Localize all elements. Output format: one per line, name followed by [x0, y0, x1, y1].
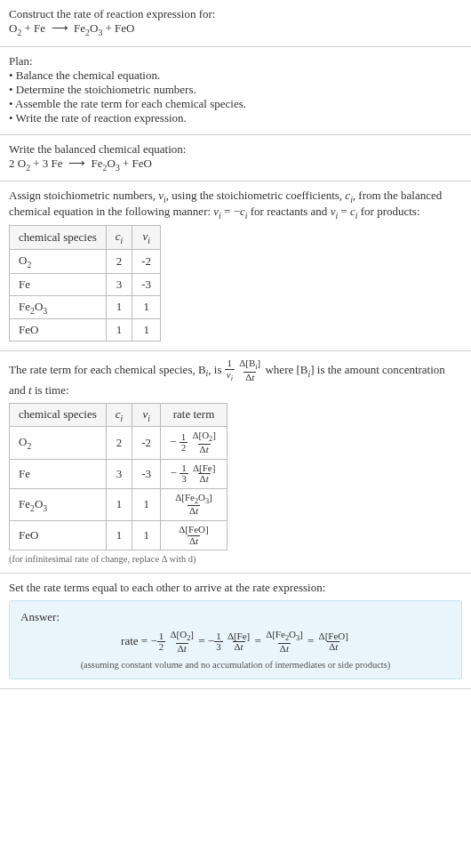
cell-rate: Δ[Fe2O3]Δt — [161, 488, 228, 520]
cell-c: 2 — [106, 427, 132, 459]
table-row: O2 2 -2 − 12 Δ[O2]Δt — [10, 427, 228, 459]
prompt-title: Construct the rate of reaction expressio… — [9, 7, 462, 21]
cell-c: 3 — [106, 273, 132, 295]
col-nui: νi — [132, 403, 161, 427]
final-title: Set the rate terms equal to each other t… — [9, 581, 462, 595]
table-header-row: chemical species ci νi — [10, 226, 161, 250]
cell-nu: -3 — [132, 273, 161, 295]
table-row: Fe2O3 1 1 Δ[Fe2O3]Δt — [10, 488, 228, 520]
plan-item: • Determine the stoichiometric numbers. — [9, 83, 462, 97]
stoich-section: Assign stoichiometric numbers, νi, using… — [0, 181, 471, 351]
cell-c: 1 — [106, 319, 132, 342]
rate-terms-table: chemical species ci νi rate term O2 2 -2… — [9, 403, 228, 551]
table-row: FeO 1 1 Δ[FeO]Δt — [10, 521, 228, 551]
plan-item: • Balance the chemical equation. — [9, 68, 462, 83]
cell-nu: -3 — [132, 459, 161, 488]
cell-species: O2 — [10, 249, 107, 273]
cell-rate: − 12 Δ[O2]Δt — [161, 427, 228, 459]
prompt-section: Construct the rate of reaction expressio… — [0, 0, 471, 47]
cell-nu: 1 — [132, 488, 161, 520]
cell-nu: 1 — [132, 521, 161, 551]
stoich-table: chemical species ci νi O2 2 -2 Fe 3 -3 F… — [9, 225, 161, 342]
cell-species: O2 — [10, 427, 107, 459]
table-row: Fe 3 -3 — [10, 273, 161, 295]
plan-item: • Assemble the rate term for each chemic… — [9, 97, 462, 111]
rate-expression: rate = −12 Δ[O2]Δt = −13 Δ[Fe]Δt = Δ[Fe2… — [20, 630, 451, 654]
col-ci: ci — [106, 403, 132, 427]
cell-c: 1 — [106, 488, 132, 520]
table-row: O2 2 -2 — [10, 249, 161, 273]
cell-c: 1 — [106, 295, 132, 319]
table-row: FeO 1 1 — [10, 319, 161, 342]
table-row: Fe 3 -3 − 13 Δ[Fe]Δt — [10, 459, 228, 488]
plan-section: Plan: • Balance the chemical equation. •… — [0, 47, 471, 135]
answer-box: Answer: rate = −12 Δ[O2]Δt = −13 Δ[Fe]Δt… — [9, 600, 462, 679]
prompt-equation: O2 + Fe ⟶ Fe2O3 + FeO — [9, 21, 462, 37]
stoich-intro: Assign stoichiometric numbers, νi, using… — [9, 189, 462, 220]
balanced-title: Write the balanced chemical equation: — [9, 142, 462, 157]
cell-c: 2 — [106, 249, 132, 273]
cell-nu: 1 — [132, 295, 161, 319]
cell-nu: -2 — [132, 427, 161, 459]
rate-terms-intro: The rate term for each chemical species,… — [9, 358, 462, 397]
col-nui: νi — [132, 226, 161, 250]
plan-title: Plan: — [9, 54, 462, 68]
answer-note: (assuming constant volume and no accumul… — [20, 660, 451, 670]
col-rate: rate term — [161, 403, 228, 427]
cell-rate: − 13 Δ[Fe]Δt — [161, 459, 228, 488]
cell-nu: 1 — [132, 319, 161, 342]
final-section: Set the rate terms equal to each other t… — [0, 574, 471, 688]
col-ci: ci — [106, 226, 132, 250]
cell-nu: -2 — [132, 249, 161, 273]
col-species: chemical species — [10, 226, 107, 250]
cell-species: Fe — [10, 459, 107, 488]
cell-species: FeO — [10, 319, 107, 342]
fraction: Δ[Bi]Δt — [237, 358, 262, 382]
table-row: Fe2O3 1 1 — [10, 295, 161, 319]
rate-terms-note: (for infinitesimal rate of change, repla… — [9, 554, 462, 564]
cell-species: Fe — [10, 273, 107, 295]
fraction: 1νi — [225, 358, 235, 382]
cell-species: Fe2O3 — [10, 295, 107, 319]
cell-rate: Δ[FeO]Δt — [161, 521, 228, 551]
col-species: chemical species — [10, 403, 107, 427]
cell-c: 3 — [106, 459, 132, 488]
table-header-row: chemical species ci νi rate term — [10, 403, 228, 427]
plan-item: • Write the rate of reaction expression. — [9, 111, 462, 125]
balanced-equation: 2 O2 + 3 Fe ⟶ Fe2O3 + FeO — [9, 157, 462, 173]
answer-label: Answer: — [20, 610, 451, 624]
cell-species: FeO — [10, 521, 107, 551]
cell-species: Fe2O3 — [10, 488, 107, 520]
balanced-section: Write the balanced chemical equation: 2 … — [0, 135, 471, 182]
rate-terms-section: The rate term for each chemical species,… — [0, 351, 471, 574]
cell-c: 1 — [106, 521, 132, 551]
